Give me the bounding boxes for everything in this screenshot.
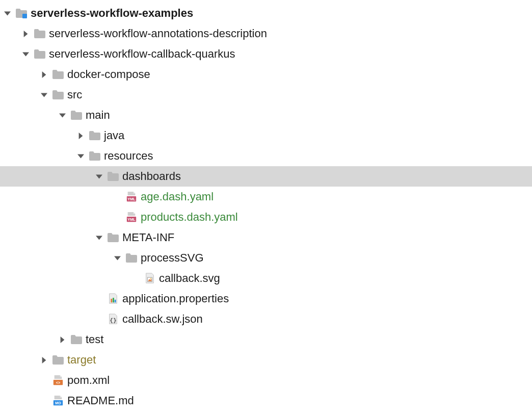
yml-file-icon bbox=[124, 191, 139, 202]
tree-node-java[interactable]: java bbox=[0, 125, 532, 146]
tree-node-callback-svg[interactable]: callback.svg bbox=[0, 268, 532, 289]
tree-node-products-yaml[interactable]: products.dash.yaml bbox=[0, 207, 532, 227]
folder-icon bbox=[124, 253, 139, 263]
chevron-blank-icon bbox=[37, 377, 51, 384]
tree-node-src[interactable]: src bbox=[0, 85, 532, 105]
json-file-icon bbox=[106, 314, 120, 325]
svg-file-icon bbox=[143, 273, 157, 284]
chevron-down-icon[interactable] bbox=[55, 112, 69, 119]
node-label: dashboards bbox=[120, 166, 181, 187]
properties-file-icon bbox=[106, 293, 120, 304]
node-label: resources bbox=[102, 146, 153, 166]
node-label: README.md bbox=[65, 391, 134, 411]
folder-icon bbox=[88, 131, 102, 141]
yml-file-icon bbox=[124, 212, 139, 223]
folder-icon bbox=[33, 49, 47, 59]
node-label: application.properties bbox=[120, 289, 229, 309]
tree-node-test[interactable]: test bbox=[0, 329, 532, 350]
tree-node-root[interactable]: serverless-workflow-examples bbox=[0, 3, 532, 23]
node-label: processSVG bbox=[139, 248, 204, 268]
node-label: serverless-workflow-examples bbox=[29, 3, 193, 23]
tree-node-annotations[interactable]: serverless-workflow-annotations-descript… bbox=[0, 23, 532, 44]
chevron-down-icon[interactable] bbox=[37, 92, 51, 98]
xml-file-icon bbox=[51, 375, 65, 386]
chevron-right-icon[interactable] bbox=[73, 133, 88, 139]
tree-node-callback-json[interactable]: callback.sw.json bbox=[0, 309, 532, 329]
tree-node-age-yaml[interactable]: age.dash.yaml bbox=[0, 187, 532, 207]
node-label: pom.xml bbox=[65, 370, 110, 391]
markdown-file-icon bbox=[51, 395, 65, 406]
node-label: callback.sw.json bbox=[120, 309, 203, 329]
folder-icon bbox=[33, 29, 47, 39]
tree-node-callback-quarkus[interactable]: serverless-workflow-callback-quarkus bbox=[0, 44, 532, 64]
chevron-down-icon[interactable] bbox=[18, 51, 33, 58]
chevron-down-icon[interactable] bbox=[92, 235, 106, 241]
chevron-blank-icon bbox=[92, 296, 106, 302]
folder-icon bbox=[106, 171, 120, 181]
folder-icon bbox=[69, 110, 84, 120]
chevron-blank-icon bbox=[128, 275, 143, 282]
chevron-down-icon[interactable] bbox=[0, 10, 14, 17]
folder-icon bbox=[69, 334, 84, 345]
node-label: target bbox=[65, 350, 96, 370]
chevron-blank-icon bbox=[110, 194, 124, 200]
tree-node-main[interactable]: main bbox=[0, 105, 532, 125]
tree-node-readme[interactable]: README.md bbox=[0, 391, 532, 411]
chevron-blank-icon bbox=[110, 214, 124, 221]
tree-node-app-properties[interactable]: application.properties bbox=[0, 289, 532, 309]
folder-icon bbox=[51, 355, 65, 365]
node-label: docker-compose bbox=[65, 64, 150, 85]
node-label: test bbox=[84, 329, 103, 350]
node-label: callback.svg bbox=[157, 268, 220, 289]
tree-node-resources[interactable]: resources bbox=[0, 146, 532, 166]
tree-node-docker-compose[interactable]: docker-compose bbox=[0, 64, 532, 85]
chevron-right-icon[interactable] bbox=[18, 31, 33, 37]
tree-node-pom[interactable]: pom.xml bbox=[0, 370, 532, 391]
node-label: serverless-workflow-callback-quarkus bbox=[47, 44, 235, 64]
tree-node-meta-inf[interactable]: META-INF bbox=[0, 227, 532, 248]
chevron-right-icon[interactable] bbox=[37, 357, 51, 364]
node-label: products.dash.yaml bbox=[139, 207, 238, 227]
node-label: META-INF bbox=[120, 227, 174, 248]
node-label: serverless-workflow-annotations-descript… bbox=[47, 23, 267, 44]
node-label: age.dash.yaml bbox=[139, 187, 214, 207]
node-label: java bbox=[102, 125, 124, 146]
chevron-down-icon[interactable] bbox=[110, 255, 124, 262]
tree-node-processsvg[interactable]: processSVG bbox=[0, 248, 532, 268]
chevron-down-icon[interactable] bbox=[92, 173, 106, 180]
folder-icon bbox=[106, 232, 120, 243]
chevron-blank-icon bbox=[92, 316, 106, 323]
tree-node-dashboards[interactable]: dashboards bbox=[0, 166, 532, 187]
chevron-down-icon[interactable] bbox=[73, 153, 88, 160]
chevron-right-icon[interactable] bbox=[37, 71, 51, 78]
project-tree[interactable]: serverless-workflow-examples serverless-… bbox=[0, 0, 532, 411]
tree-node-target[interactable]: target bbox=[0, 350, 532, 370]
module-folder-icon bbox=[14, 8, 29, 18]
node-label: main bbox=[84, 105, 110, 125]
folder-icon bbox=[51, 69, 65, 80]
chevron-right-icon[interactable] bbox=[55, 336, 69, 343]
node-label: src bbox=[65, 85, 82, 105]
chevron-blank-icon bbox=[37, 398, 51, 404]
folder-icon bbox=[51, 90, 65, 100]
folder-icon bbox=[88, 151, 102, 161]
